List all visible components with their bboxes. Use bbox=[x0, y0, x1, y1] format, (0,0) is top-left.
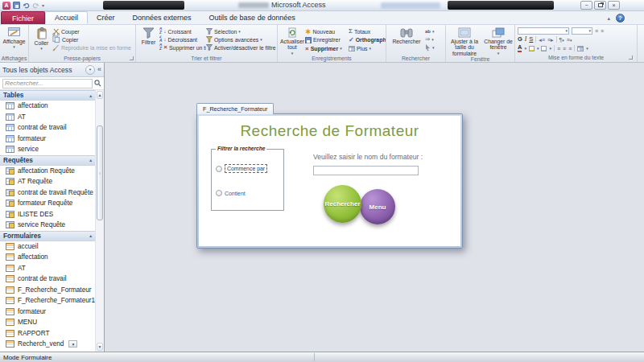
view-button[interactable]: Affichage ▾ bbox=[2, 26, 27, 54]
nav-item-table[interactable]: service bbox=[0, 144, 95, 155]
toggle-filter-button[interactable]: Activer/désactiver le filtre bbox=[206, 43, 277, 51]
clear-sort-button[interactable]: AZ × Supprimer un tri bbox=[159, 43, 206, 51]
section-header-tables[interactable]: Tables ▴ bbox=[0, 90, 95, 101]
scroll-down-button[interactable]: ▼ bbox=[97, 343, 103, 351]
increase-indent-icon[interactable]: ≡▸ bbox=[547, 37, 554, 43]
nav-item-form[interactable]: contrat de travail bbox=[0, 274, 95, 285]
align-right-icon[interactable]: ≡ bbox=[568, 46, 572, 51]
undo-icon[interactable] bbox=[23, 2, 30, 9]
close-button[interactable]: × bbox=[608, 1, 620, 10]
nav-scrollbar[interactable]: ▲ ≡ ▼ bbox=[95, 90, 104, 352]
underline-button[interactable]: S bbox=[529, 36, 533, 43]
radio-contient[interactable]: Contient bbox=[216, 190, 246, 196]
sort-ascending-button[interactable]: AZ ↓ Croissant bbox=[159, 27, 206, 35]
paste-button[interactable]: Coller ▾ bbox=[31, 26, 52, 54]
advanced-options-button[interactable]: Options avancées ▾ bbox=[206, 35, 277, 43]
more-button[interactable]: Plus ▾ bbox=[349, 45, 386, 53]
nav-item-query[interactable]: formateur Requête bbox=[0, 198, 95, 209]
nav-item-form[interactable]: formateur bbox=[0, 306, 95, 318]
fit-to-form-button[interactable]: Ajuster à la taille du formulaire bbox=[448, 26, 481, 56]
nav-item-query[interactable]: ILISTE DES bbox=[0, 209, 95, 220]
access-app-icon[interactable]: A bbox=[2, 2, 10, 10]
fill-color-icon[interactable] bbox=[541, 46, 547, 51]
nav-item-table[interactable]: formateur bbox=[0, 134, 95, 145]
scroll-up-button[interactable]: ▲ bbox=[97, 91, 103, 99]
align-center-icon[interactable]: ≡ bbox=[563, 46, 566, 51]
tab-donnees-externes[interactable]: Données externes bbox=[124, 11, 200, 24]
format-painter-button[interactable]: Reproduire la mise en forme bbox=[52, 43, 133, 51]
scroll-thumb[interactable]: ≡ bbox=[97, 125, 103, 220]
form-window-tab[interactable]: F_Recherche_Formateur bbox=[196, 103, 274, 114]
tab-fichier[interactable]: Fichier bbox=[1, 11, 45, 24]
nav-item-form[interactable]: RAPPORT bbox=[0, 328, 95, 339]
nav-item-query[interactable]: contrat de travail Requête bbox=[0, 187, 95, 199]
shutter-bar-icon[interactable]: « bbox=[97, 66, 101, 73]
nav-item-form[interactable]: accueil bbox=[0, 241, 95, 253]
nav-item-form[interactable]: MENU bbox=[0, 317, 95, 328]
decrease-indent-icon[interactable]: ◂≡ bbox=[539, 37, 545, 43]
nav-item-form[interactable]: Recherch_vend▼ bbox=[0, 339, 95, 350]
minimize-ribbon-icon[interactable]: ▴ bbox=[607, 15, 610, 22]
save-record-button[interactable]: Enregistrer bbox=[305, 36, 349, 44]
sort-descending-button[interactable]: ZA ↓ Décroissant bbox=[159, 35, 206, 43]
bullets-icon[interactable]: ≡ bbox=[595, 28, 598, 34]
dialog-launcher-icon[interactable] bbox=[629, 56, 633, 60]
restore-button[interactable] bbox=[594, 1, 606, 10]
replace-button[interactable]: ab ▾ bbox=[425, 27, 443, 35]
font-size-combo[interactable]: ▾ bbox=[572, 27, 592, 35]
help-button[interactable]: ? bbox=[616, 14, 625, 23]
nav-item-form[interactable]: affectation bbox=[0, 252, 95, 263]
bold-button[interactable]: G bbox=[518, 36, 522, 43]
spelling-button[interactable]: ✓ Orthographe bbox=[349, 36, 386, 44]
nav-item-form[interactable]: F_Recherche_Formateur bbox=[0, 285, 95, 296]
radio-commence-par[interactable]: Commence par bbox=[216, 164, 267, 173]
nav-item-table[interactable]: affectation bbox=[0, 101, 95, 112]
nav-item-table[interactable]: AT bbox=[0, 112, 95, 123]
find-button[interactable]: Rechercher bbox=[388, 26, 425, 54]
nav-item-query[interactable]: service Requête bbox=[0, 220, 95, 231]
goto-button[interactable]: ⇒ ▾ bbox=[425, 35, 443, 43]
minimize-icon: − bbox=[584, 2, 588, 8]
tab-outils-bdd[interactable]: Outils de base de données bbox=[200, 11, 304, 24]
save-icon[interactable] bbox=[13, 2, 20, 9]
rechercher-button[interactable]: Rechercher bbox=[324, 185, 361, 223]
nav-item-form[interactable]: AT bbox=[0, 263, 95, 274]
qat-dropdown-icon[interactable]: ▾ bbox=[42, 2, 44, 8]
menu-button[interactable]: Menu bbox=[360, 189, 395, 224]
align-left-icon[interactable]: ≡ bbox=[557, 46, 560, 51]
nav-item-form[interactable]: F_Recherche_Formateur1 bbox=[0, 295, 95, 306]
tab-creer[interactable]: Créer bbox=[88, 11, 124, 24]
refresh-all-button[interactable]: Actualiser tout ▾ bbox=[279, 26, 305, 56]
select-button[interactable]: ▾ bbox=[425, 43, 443, 51]
nav-item-query[interactable]: AT Requête bbox=[0, 176, 95, 187]
gridlines-icon[interactable] bbox=[577, 46, 584, 51]
new-record-button[interactable]: ∗ Nouveau bbox=[305, 27, 349, 35]
selection-button[interactable]: Sélection ▾ bbox=[206, 27, 277, 35]
formateur-name-input[interactable] bbox=[313, 166, 419, 175]
nav-item-query[interactable]: affectation Requête bbox=[0, 166, 95, 177]
ribbon-group-fenetre: Ajuster à la taille du formulaire Change… bbox=[446, 25, 515, 62]
font-color-button[interactable]: A bbox=[518, 44, 522, 52]
numbering-icon[interactable]: ≡ bbox=[601, 28, 604, 34]
switch-window-button[interactable]: Changer de fenêtre ▾ bbox=[481, 26, 515, 56]
section-header-formulaires[interactable]: Formulaires ▴ bbox=[0, 231, 95, 241]
nav-item-table[interactable]: contrat de travail bbox=[0, 122, 95, 134]
minimize-button[interactable]: − bbox=[580, 1, 592, 10]
delete-record-button[interactable]: × Supprimer ▾ bbox=[305, 45, 349, 53]
list-scroll-down-icon[interactable]: ▼ bbox=[68, 340, 77, 348]
highlight-color-icon[interactable] bbox=[529, 46, 535, 51]
totals-button[interactable]: Σ Totaux bbox=[349, 27, 386, 35]
tab-accueil[interactable]: Accueil bbox=[45, 11, 88, 24]
nav-search-input[interactable] bbox=[2, 79, 93, 88]
cut-button[interactable]: Couper bbox=[52, 27, 133, 35]
dialog-launcher-icon[interactable] bbox=[130, 56, 134, 60]
copy-button[interactable]: Copier bbox=[52, 35, 133, 43]
font-family-combo[interactable]: ▾ bbox=[518, 27, 569, 35]
section-header-requetes[interactable]: Requêtes ▴ bbox=[0, 155, 95, 166]
line-spacing-icon[interactable]: ≡▾ bbox=[567, 37, 572, 43]
nav-menu-button[interactable]: ▾ bbox=[85, 65, 95, 75]
italic-button[interactable]: I bbox=[525, 36, 527, 43]
filter-button[interactable]: Filtrer bbox=[138, 26, 159, 54]
text-direction-icon[interactable]: ¶▾ bbox=[559, 37, 564, 43]
redo-icon[interactable] bbox=[32, 2, 39, 9]
